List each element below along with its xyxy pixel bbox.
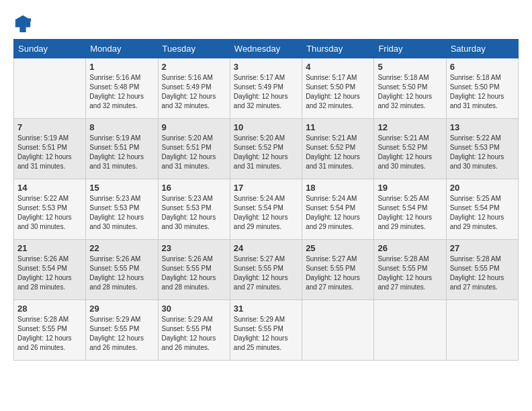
weekday-header-tuesday: Tuesday xyxy=(158,40,230,58)
cell-info: Sunrise: 5:21 AM Sunset: 5:52 PM Dayligh… xyxy=(306,134,370,171)
cell-info: Sunrise: 5:19 AM Sunset: 5:51 PM Dayligh… xyxy=(89,134,154,171)
day-number: 22 xyxy=(89,243,154,253)
day-number: 26 xyxy=(378,243,442,253)
weekday-header-saturday: Saturday xyxy=(446,40,518,58)
day-number: 25 xyxy=(306,243,370,253)
day-number: 13 xyxy=(450,122,515,132)
day-number: 20 xyxy=(450,183,515,193)
day-number: 4 xyxy=(306,62,370,72)
cell-info: Sunrise: 5:17 AM Sunset: 5:49 PM Dayligh… xyxy=(234,73,298,111)
cell-info: Sunrise: 5:29 AM Sunset: 5:55 PM Dayligh… xyxy=(162,315,226,353)
calendar-cell: 30Sunrise: 5:29 AM Sunset: 5:55 PM Dayli… xyxy=(158,300,230,361)
weekday-header-monday: Monday xyxy=(86,40,158,58)
day-number: 29 xyxy=(89,304,154,314)
calendar-cell: 16Sunrise: 5:23 AM Sunset: 5:53 PM Dayli… xyxy=(158,179,230,240)
day-number: 21 xyxy=(17,243,82,253)
cell-info: Sunrise: 5:19 AM Sunset: 5:51 PM Dayligh… xyxy=(17,134,82,171)
calendar-cell: 8Sunrise: 5:19 AM Sunset: 5:51 PM Daylig… xyxy=(86,119,158,179)
cell-info: Sunrise: 5:26 AM Sunset: 5:54 PM Dayligh… xyxy=(17,255,82,292)
day-number: 11 xyxy=(306,122,370,132)
calendar-cell: 18Sunrise: 5:24 AM Sunset: 5:54 PM Dayli… xyxy=(302,179,374,240)
calendar-cell: 31Sunrise: 5:29 AM Sunset: 5:55 PM Dayli… xyxy=(230,300,302,361)
cell-info: Sunrise: 5:20 AM Sunset: 5:52 PM Dayligh… xyxy=(234,134,298,171)
calendar-cell xyxy=(14,58,86,119)
cell-info: Sunrise: 5:27 AM Sunset: 5:55 PM Dayligh… xyxy=(306,255,370,292)
logo xyxy=(13,13,35,32)
weekday-header-wednesday: Wednesday xyxy=(230,40,302,58)
calendar-cell: 9Sunrise: 5:20 AM Sunset: 5:51 PM Daylig… xyxy=(158,119,230,179)
day-number: 8 xyxy=(89,122,154,132)
day-number: 27 xyxy=(450,243,515,253)
cell-info: Sunrise: 5:23 AM Sunset: 5:53 PM Dayligh… xyxy=(162,194,226,232)
calendar-week-2: 7Sunrise: 5:19 AM Sunset: 5:51 PM Daylig… xyxy=(14,119,519,179)
calendar-cell: 23Sunrise: 5:26 AM Sunset: 5:55 PM Dayli… xyxy=(158,240,230,300)
day-number: 15 xyxy=(89,183,154,193)
calendar-cell: 29Sunrise: 5:29 AM Sunset: 5:55 PM Dayli… xyxy=(86,300,158,361)
calendar-week-5: 28Sunrise: 5:28 AM Sunset: 5:55 PM Dayli… xyxy=(14,300,519,361)
cell-info: Sunrise: 5:26 AM Sunset: 5:55 PM Dayligh… xyxy=(162,255,226,292)
day-number: 12 xyxy=(378,122,442,132)
weekday-header-friday: Friday xyxy=(374,40,446,58)
calendar-cell: 5Sunrise: 5:18 AM Sunset: 5:50 PM Daylig… xyxy=(374,58,446,119)
cell-info: Sunrise: 5:16 AM Sunset: 5:48 PM Dayligh… xyxy=(89,73,154,111)
svg-marker-0 xyxy=(15,15,30,32)
cell-info: Sunrise: 5:29 AM Sunset: 5:55 PM Dayligh… xyxy=(89,315,154,353)
cell-info: Sunrise: 5:27 AM Sunset: 5:55 PM Dayligh… xyxy=(234,255,298,292)
weekday-header-sunday: Sunday xyxy=(14,40,86,58)
cell-info: Sunrise: 5:22 AM Sunset: 5:53 PM Dayligh… xyxy=(17,194,82,232)
calendar-cell: 28Sunrise: 5:28 AM Sunset: 5:55 PM Dayli… xyxy=(14,300,86,361)
day-number: 9 xyxy=(162,122,226,132)
day-number: 16 xyxy=(162,183,226,193)
cell-info: Sunrise: 5:18 AM Sunset: 5:50 PM Dayligh… xyxy=(450,73,515,111)
cell-info: Sunrise: 5:28 AM Sunset: 5:55 PM Dayligh… xyxy=(450,255,515,292)
day-number: 31 xyxy=(234,304,298,314)
calendar-cell: 15Sunrise: 5:23 AM Sunset: 5:53 PM Dayli… xyxy=(86,179,158,240)
calendar-cell xyxy=(302,300,374,361)
day-number: 2 xyxy=(162,62,226,72)
day-number: 30 xyxy=(162,304,226,314)
calendar-cell: 3Sunrise: 5:17 AM Sunset: 5:49 PM Daylig… xyxy=(230,58,302,119)
cell-info: Sunrise: 5:28 AM Sunset: 5:55 PM Dayligh… xyxy=(378,255,442,292)
calendar-cell: 24Sunrise: 5:27 AM Sunset: 5:55 PM Dayli… xyxy=(230,240,302,300)
cell-info: Sunrise: 5:29 AM Sunset: 5:55 PM Dayligh… xyxy=(234,315,298,353)
calendar-cell: 1Sunrise: 5:16 AM Sunset: 5:48 PM Daylig… xyxy=(86,58,158,119)
day-number: 5 xyxy=(378,62,442,72)
day-number: 23 xyxy=(162,243,226,253)
calendar-cell: 11Sunrise: 5:21 AM Sunset: 5:52 PM Dayli… xyxy=(302,119,374,179)
calendar-cell: 2Sunrise: 5:16 AM Sunset: 5:49 PM Daylig… xyxy=(158,58,230,119)
calendar-cell: 20Sunrise: 5:25 AM Sunset: 5:54 PM Dayli… xyxy=(446,179,518,240)
calendar-header: SundayMondayTuesdayWednesdayThursdayFrid… xyxy=(14,40,519,58)
cell-info: Sunrise: 5:26 AM Sunset: 5:55 PM Dayligh… xyxy=(89,255,154,292)
calendar-cell: 22Sunrise: 5:26 AM Sunset: 5:55 PM Dayli… xyxy=(86,240,158,300)
calendar-cell: 7Sunrise: 5:19 AM Sunset: 5:51 PM Daylig… xyxy=(14,119,86,179)
cell-info: Sunrise: 5:28 AM Sunset: 5:55 PM Dayligh… xyxy=(17,315,82,353)
calendar-cell: 17Sunrise: 5:24 AM Sunset: 5:54 PM Dayli… xyxy=(230,179,302,240)
day-number: 3 xyxy=(234,62,298,72)
day-number: 1 xyxy=(89,62,154,72)
calendar-cell: 26Sunrise: 5:28 AM Sunset: 5:55 PM Dayli… xyxy=(374,240,446,300)
cell-info: Sunrise: 5:18 AM Sunset: 5:50 PM Dayligh… xyxy=(378,73,442,111)
calendar-cell: 21Sunrise: 5:26 AM Sunset: 5:54 PM Dayli… xyxy=(14,240,86,300)
cell-info: Sunrise: 5:17 AM Sunset: 5:50 PM Dayligh… xyxy=(306,73,370,111)
day-number: 17 xyxy=(234,183,298,193)
cell-info: Sunrise: 5:21 AM Sunset: 5:52 PM Dayligh… xyxy=(378,134,442,171)
calendar-week-1: 1Sunrise: 5:16 AM Sunset: 5:48 PM Daylig… xyxy=(14,58,519,119)
calendar-cell: 27Sunrise: 5:28 AM Sunset: 5:55 PM Dayli… xyxy=(446,240,518,300)
page-header xyxy=(13,13,519,32)
cell-info: Sunrise: 5:23 AM Sunset: 5:53 PM Dayligh… xyxy=(89,194,154,232)
calendar-cell: 4Sunrise: 5:17 AM Sunset: 5:50 PM Daylig… xyxy=(302,58,374,119)
logo-icon xyxy=(13,13,32,32)
calendar-week-4: 21Sunrise: 5:26 AM Sunset: 5:54 PM Dayli… xyxy=(14,240,519,300)
calendar-table: SundayMondayTuesdayWednesdayThursdayFrid… xyxy=(13,39,519,361)
cell-info: Sunrise: 5:24 AM Sunset: 5:54 PM Dayligh… xyxy=(234,194,298,232)
cell-info: Sunrise: 5:25 AM Sunset: 5:54 PM Dayligh… xyxy=(378,194,442,232)
calendar-cell: 19Sunrise: 5:25 AM Sunset: 5:54 PM Dayli… xyxy=(374,179,446,240)
calendar-cell: 10Sunrise: 5:20 AM Sunset: 5:52 PM Dayli… xyxy=(230,119,302,179)
calendar-cell xyxy=(446,300,518,361)
calendar-cell: 14Sunrise: 5:22 AM Sunset: 5:53 PM Dayli… xyxy=(14,179,86,240)
day-number: 19 xyxy=(378,183,442,193)
calendar-cell xyxy=(374,300,446,361)
calendar-week-3: 14Sunrise: 5:22 AM Sunset: 5:53 PM Dayli… xyxy=(14,179,519,240)
day-number: 24 xyxy=(234,243,298,253)
calendar-cell: 12Sunrise: 5:21 AM Sunset: 5:52 PM Dayli… xyxy=(374,119,446,179)
